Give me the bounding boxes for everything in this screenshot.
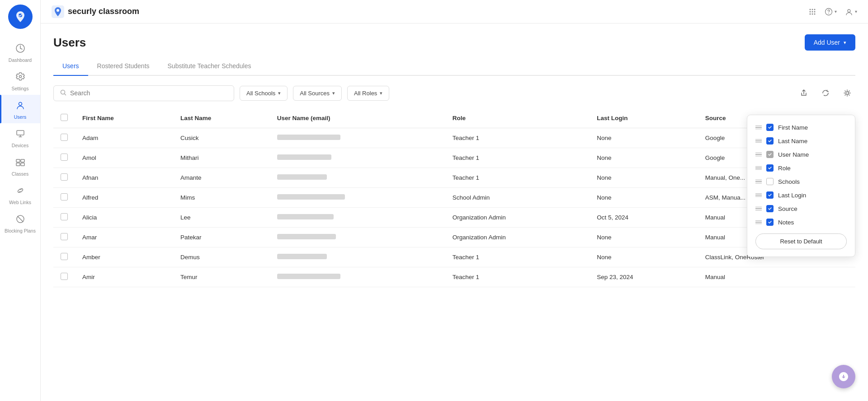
cell-role: Teacher 1 [445,267,590,287]
logo-icon [14,10,27,23]
row-checkbox[interactable] [61,213,68,220]
row-checkbox[interactable] [61,253,68,260]
col-checkbox[interactable] [766,205,774,212]
drag-handle[interactable] [755,193,762,197]
drag-handle[interactable] [755,126,762,130]
table-row: Alfred Mims School Admin None ASM, Manua… [53,188,855,208]
cell-role: Organization Admin [445,228,590,247]
cell-first-name: Afnan [75,168,173,188]
col-checkbox[interactable] [766,137,774,145]
sidebar-item-users[interactable]: Users [0,95,40,123]
cell-role: Teacher 1 [445,128,590,148]
refresh-button[interactable] [817,85,834,101]
sidebar-logo[interactable] [8,5,33,29]
col-checkbox[interactable] [766,178,774,185]
table-header-row: First Name Last Name User Name (email) R… [53,108,855,128]
col-last-login[interactable]: Last Login [590,108,698,128]
col-first-name[interactable]: First Name [75,108,173,128]
row-checkbox-cell[interactable] [53,128,75,148]
header-checkbox[interactable] [61,114,68,121]
row-checkbox[interactable] [61,134,68,141]
svg-point-22 [828,13,829,14]
reset-default-button[interactable]: Reset to Default [755,233,847,249]
col-settings-item-notes[interactable]: Notes [747,215,855,229]
col-username[interactable]: User Name (email) [270,108,445,128]
row-checkbox[interactable] [61,193,68,200]
col-checkbox[interactable] [766,164,774,172]
svg-rect-4 [17,131,24,135]
users-icon [15,100,25,112]
col-role[interactable]: Role [445,108,590,128]
row-checkbox[interactable] [61,173,68,181]
header-checkbox-cell[interactable] [53,108,75,128]
row-checkbox-cell[interactable] [53,228,75,247]
column-settings-button[interactable] [839,85,855,101]
schools-filter[interactable]: All Schools ▾ [240,86,288,101]
grid-menu-button[interactable] [808,8,816,16]
col-label: Source [778,205,797,212]
col-checkbox[interactable] [766,124,774,131]
col-settings-item-user_name[interactable]: User Name [747,148,855,161]
add-user-button[interactable]: Add User ▾ [805,34,855,51]
sidebar-item-classes[interactable]: Classes [0,152,40,180]
col-last-name[interactable]: Last Name [173,108,270,128]
table-row: Amar Patekar Organization Admin None Man… [53,228,855,247]
table-row: Afnan Amante Teacher 1 None Manual, One.… [53,168,855,188]
row-checkbox-cell[interactable] [53,267,75,287]
sidebar-item-blocking[interactable]: Blocking Plans [0,209,40,237]
column-settings-panel: First Name Last Name User Name Role Scho… [747,115,855,257]
drag-handle[interactable] [755,166,762,170]
col-checkbox[interactable] [766,151,774,158]
sidebar-item-label: Blocking Plans [5,228,36,233]
row-checkbox[interactable] [61,273,68,280]
sources-chevron: ▾ [332,90,335,96]
tab-users[interactable]: Users [53,58,88,76]
export-button[interactable] [796,85,812,101]
col-checkbox[interactable] [766,191,774,199]
search-input[interactable] [70,89,227,97]
table-row: Amol Mithari Teacher 1 None Google [53,148,855,168]
topbar: securly classroom [41,0,868,23]
row-checkbox-cell[interactable] [53,208,75,228]
row-checkbox-cell[interactable] [53,188,75,208]
col-settings-item-last_name[interactable]: Last Name [747,134,855,148]
sources-filter[interactable]: All Sources ▾ [293,86,342,101]
sidebar-item-label: Users [14,114,26,120]
drag-handle[interactable] [755,220,762,224]
drag-handle[interactable] [755,139,762,143]
cell-first-name: Amar [75,228,173,247]
svg-rect-8 [21,163,24,166]
col-label: Last Name [778,138,807,145]
tab-substitute-schedules[interactable]: Substitute Teacher Schedules [159,58,260,76]
help-button[interactable]: ▾ [825,8,837,16]
user-menu-button[interactable]: ▾ [845,8,857,16]
search-box[interactable] [53,85,234,101]
sidebar-item-dashboard[interactable]: Dashboard [0,38,40,66]
cell-first-name: Alicia [75,208,173,228]
sidebar-nav: Dashboard Settings Users [0,38,40,237]
col-settings-item-source[interactable]: Source [747,202,855,215]
col-settings-item-last_login[interactable]: Last Login [747,188,855,202]
drag-handle[interactable] [755,207,762,211]
row-checkbox[interactable] [61,233,68,240]
row-checkbox-cell[interactable] [53,148,75,168]
col-settings-item-schools[interactable]: Schools [747,175,855,188]
cell-username [270,148,445,168]
row-checkbox-cell[interactable] [53,168,75,188]
sidebar-item-settings[interactable]: Settings [0,66,40,95]
weblinks-icon [15,186,25,198]
row-checkbox-cell[interactable] [53,247,75,267]
drag-handle[interactable] [755,153,762,157]
col-settings-item-role[interactable]: Role [747,161,855,175]
tab-rostered-students[interactable]: Rostered Students [88,58,159,76]
svg-point-14 [814,9,816,10]
row-checkbox[interactable] [61,154,68,161]
sidebar-item-weblinks[interactable]: Web Links [0,180,40,209]
sidebar-item-devices[interactable]: Devices [0,123,40,152]
col-settings-item-first_name[interactable]: First Name [747,121,855,134]
roles-filter[interactable]: All Roles ▾ [347,86,389,101]
fab-button[interactable] [832,365,855,388]
col-checkbox[interactable] [766,219,774,226]
drag-handle[interactable] [755,180,762,184]
sidebar: Dashboard Settings Users [0,0,41,401]
